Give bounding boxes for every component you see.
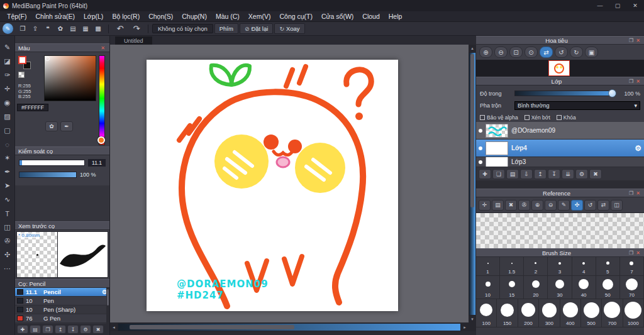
vertical-scrollbar[interactable]: ▴ ▾ bbox=[469, 45, 476, 323]
brush-size-slider[interactable] bbox=[19, 160, 85, 166]
magic-wand-tool[interactable]: ✶ bbox=[1, 151, 14, 165]
nav-reset-icon[interactable]: ▣ bbox=[585, 47, 598, 58]
brush-size-option[interactable]: 20 bbox=[524, 276, 548, 299]
layer-row-lop3[interactable]: Lớp3 bbox=[476, 157, 644, 167]
panels-icon[interactable]: ▤ bbox=[67, 23, 79, 34]
brush-tool[interactable]: ✎ bbox=[1, 41, 14, 54]
maximize-button[interactable]: ▢ bbox=[609, 0, 626, 11]
blend-mode-select[interactable]: Bình thường ▾ bbox=[514, 101, 640, 110]
scroll-down-icon[interactable]: ▾ bbox=[471, 316, 474, 323]
brush-mode-icon[interactable]: ✎ bbox=[3, 23, 13, 34]
menu-bo-loc[interactable]: Bộ lọc(R) bbox=[108, 11, 144, 21]
brush-size-option[interactable]: 200 bbox=[518, 299, 539, 327]
menu-cong-cu[interactable]: Công cụ(T) bbox=[275, 11, 317, 21]
layer-popout-icon[interactable]: ❐ bbox=[628, 79, 635, 84]
layer-row-lop4[interactable]: Lớp4 ⚙ bbox=[476, 140, 644, 157]
layer-close-icon[interactable]: ✕ bbox=[635, 79, 641, 84]
brush-up-icon[interactable]: ↥ bbox=[55, 325, 66, 334]
brush-size-option[interactable]: 10 bbox=[476, 276, 500, 299]
select-tool[interactable]: ▢ bbox=[1, 124, 14, 137]
layer-down-icon[interactable]: ↧ bbox=[548, 169, 560, 179]
sv-marker[interactable] bbox=[45, 57, 50, 61]
ref-hand-icon[interactable]: ✣ bbox=[571, 200, 583, 211]
ref-eyedropper-icon[interactable]: ✇ bbox=[518, 200, 530, 211]
layer-up-icon[interactable]: ↥ bbox=[534, 169, 547, 179]
transparent-color-swatch[interactable] bbox=[18, 72, 25, 78]
brush-g-pen[interactable]: 76 G Pen bbox=[15, 314, 109, 323]
reference-close-icon[interactable]: ✕ bbox=[635, 190, 641, 196]
brush-size-option[interactable]: 400 bbox=[560, 299, 581, 327]
brush-size-option[interactable]: 100 bbox=[476, 299, 497, 327]
hue-slider[interactable] bbox=[99, 55, 105, 145]
layer-folder-icon[interactable]: ▤ bbox=[506, 169, 519, 179]
brush-size-close-icon[interactable]: ✕ bbox=[635, 250, 641, 256]
navigator-view[interactable] bbox=[476, 60, 644, 77]
ref-zoom-out-icon[interactable]: ⊖ bbox=[545, 200, 557, 211]
opacity-slider[interactable] bbox=[514, 91, 616, 96]
brush-size-option[interactable]: 1 bbox=[476, 257, 500, 276]
pen-tool[interactable]: ✑ bbox=[1, 69, 14, 82]
brush-size-option[interactable]: 2 bbox=[524, 257, 548, 276]
layer-visibility-icon[interactable] bbox=[479, 129, 482, 133]
ref-zoom-in-icon[interactable]: ⊕ bbox=[531, 200, 543, 211]
ref-pencil-icon[interactable]: ✎ bbox=[558, 200, 570, 211]
color-set-button[interactable]: ✿ bbox=[45, 121, 58, 131]
hex-value[interactable]: #FFFFFF bbox=[17, 104, 48, 111]
horizontal-scroll-thumb[interactable] bbox=[130, 325, 294, 329]
gradient-tool[interactable]: ▨ bbox=[1, 110, 14, 123]
brush-size-option[interactable]: 70 bbox=[620, 276, 644, 299]
scroll-up-icon[interactable]: ▴ bbox=[471, 45, 474, 52]
brush-pencil[interactable]: 11.1 Pencil ⚙ bbox=[15, 288, 109, 297]
undo-button[interactable]: ↶ bbox=[113, 23, 128, 34]
brush-settings-icon[interactable]: ⚙ bbox=[80, 325, 91, 334]
brush-size-option[interactable]: 15 bbox=[500, 276, 524, 299]
layer-row-doraemon09[interactable]: @DOraemon09 bbox=[476, 122, 644, 140]
reference-view[interactable] bbox=[476, 212, 644, 248]
brush-size-option[interactable]: 700 bbox=[602, 299, 623, 327]
merge-down-icon[interactable]: ⇊ bbox=[562, 169, 574, 179]
menu-lop[interactable]: Lớp(L) bbox=[79, 11, 108, 21]
reference-popout-icon[interactable]: ❐ bbox=[628, 190, 635, 196]
lock-checkbox[interactable]: Khóa bbox=[557, 114, 576, 121]
duplicate-layer-icon[interactable]: ❏ bbox=[492, 169, 505, 179]
brush-size-option[interactable]: 4 bbox=[572, 257, 596, 276]
scroll-right-icon[interactable]: ▸ bbox=[461, 325, 469, 330]
brush-size-option[interactable]: 5 bbox=[596, 257, 620, 276]
foreground-color-swatch[interactable] bbox=[18, 56, 26, 64]
hand-tool[interactable]: ✣ bbox=[1, 248, 14, 261]
nav-zoom-out-icon[interactable]: ⊖ bbox=[494, 47, 508, 58]
brush-size-option[interactable]: 50 bbox=[596, 276, 620, 299]
menu-cloud[interactable]: Cloud bbox=[358, 11, 384, 21]
eraser-tool[interactable]: ◪ bbox=[1, 55, 14, 68]
add-layer-icon[interactable]: ✚ bbox=[479, 169, 491, 179]
curve-tool[interactable]: ∿ bbox=[1, 193, 14, 206]
brush-list-scrollbar[interactable] bbox=[106, 288, 109, 324]
ref-grid-icon[interactable]: ◫ bbox=[611, 200, 623, 211]
comment-icon[interactable]: ❝ bbox=[42, 23, 54, 34]
menu-tep[interactable]: Tệp(F) bbox=[3, 11, 31, 21]
menu-mau[interactable]: Màu (C) bbox=[211, 11, 244, 21]
nav-zoom-in-icon[interactable]: ⊕ bbox=[479, 47, 492, 58]
export-icon[interactable]: ⇪ bbox=[29, 23, 42, 34]
protect-alpha-checkbox[interactable]: Bảo vệ alpha bbox=[480, 114, 518, 121]
brush-pen-sharp[interactable]: 10 Pen (Sharp) bbox=[15, 305, 109, 314]
layer-settings-gear-icon[interactable]: ⚙ bbox=[635, 144, 641, 153]
close-button[interactable]: ✕ bbox=[626, 0, 644, 11]
checkbox-box[interactable] bbox=[557, 115, 562, 120]
delete-layer-icon[interactable]: ✖ bbox=[589, 169, 602, 179]
transfer-down-icon[interactable]: ⇩ bbox=[520, 169, 533, 179]
add-brush-icon[interactable]: ✚ bbox=[17, 325, 28, 334]
layer-settings-icon[interactable]: ⚙ bbox=[575, 169, 588, 179]
phim-button[interactable]: Phím bbox=[214, 23, 238, 34]
drawing-canvas[interactable]: @DORAEMON09 #HD247 bbox=[147, 60, 398, 311]
nav-zoom-fit-icon[interactable]: ⊡ bbox=[509, 47, 523, 58]
nav-rotate-cw-icon[interactable]: ↻ bbox=[570, 47, 583, 58]
brush-size-option[interactable]: 7 bbox=[620, 257, 644, 276]
menu-cua-so[interactable]: Cửa sổ(W) bbox=[317, 11, 358, 21]
horizontal-scrollbar[interactable]: ◂ ▸ bbox=[110, 323, 469, 331]
ref-clear-icon[interactable]: ✖ bbox=[505, 200, 517, 211]
ref-flip-icon[interactable]: ⇄ bbox=[597, 200, 609, 211]
brush-down-icon[interactable]: ↧ bbox=[67, 325, 79, 334]
select-pen-tool[interactable]: ✒ bbox=[1, 165, 14, 178]
save-icon[interactable]: ❐ bbox=[16, 23, 29, 34]
